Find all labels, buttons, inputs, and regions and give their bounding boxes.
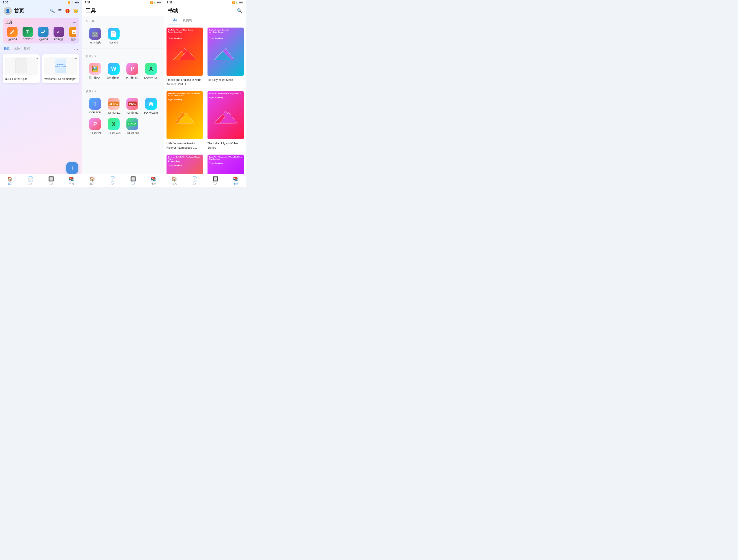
file-more-welcome[interactable]: ⋯ bbox=[74, 56, 77, 61]
ocr2-icon: T bbox=[89, 98, 101, 110]
tool-pdf2png[interactable]: PNG PDF转PNG bbox=[123, 96, 142, 116]
tab-recent[interactable]: 最近 bbox=[4, 47, 10, 52]
cover-tis-sixty: Captivating Mary CarstairsMary Sabin Sam… bbox=[208, 28, 244, 76]
nav-bookstore-label-t: 书城 bbox=[151, 182, 156, 185]
tools-card-arrow[interactable]: → bbox=[72, 20, 76, 25]
tool-pdf2excel[interactable]: X PDF转Excel bbox=[104, 116, 123, 137]
book-france-england[interactable]: The Belton Lily and Other StoriesRoman E… bbox=[164, 25, 205, 89]
divider-2 bbox=[82, 83, 164, 84]
nav-tools-t[interactable]: 🔲 工具 bbox=[123, 174, 143, 187]
ai-tools-label: AI工具 bbox=[86, 19, 160, 23]
nav-bookstore[interactable]: 📚 书城 bbox=[61, 174, 82, 187]
tool-img2pdf[interactable]: 🖼️ 图片转PDF bbox=[86, 61, 104, 81]
tool-pdf2jpeg[interactable]: JPEG PDF转JPEG bbox=[104, 96, 123, 116]
bottom-nav-bookstore: 🏠 首页 📄 文件 🔲 工具 📚 书城 bbox=[164, 174, 246, 187]
tool-convert-pdf[interactable]: 转换PDF bbox=[36, 27, 50, 41]
home-top-bar: 👤 首页 🔍 ☰ 🎁 👑 bbox=[0, 5, 82, 16]
book-title-puerto: Little Journey to Puerto RicoFor Interme… bbox=[166, 142, 197, 149]
crown-icon[interactable]: 👑 bbox=[73, 8, 78, 13]
nav-home-label: 首页 bbox=[8, 182, 13, 185]
nav-bookstore-label: 书城 bbox=[69, 182, 74, 185]
img2pdf-label: 图片转PDF bbox=[89, 76, 101, 79]
cover-text-puerto: Richmond Literary Magazine — Volume 16, … bbox=[168, 92, 202, 101]
nav-files[interactable]: 📄 文件 bbox=[20, 174, 41, 187]
ocr-pdf-icon: T bbox=[23, 27, 33, 37]
nav-files-label-b: 文件 bbox=[193, 182, 197, 185]
tools-title: 工具 bbox=[86, 8, 96, 13]
ai-tools-section: AI工具 🤖 与 AI 聊天 📄 PDF问答 bbox=[82, 16, 164, 46]
tool-pdf-qa[interactable]: 📄 PDF问答 bbox=[104, 26, 123, 46]
bookstore-tab-store[interactable]: 书城 bbox=[168, 16, 180, 25]
nav-bookstore-icon-b: 📚 bbox=[233, 176, 239, 182]
nav-bookstore-b[interactable]: 📚 书城 bbox=[226, 174, 246, 187]
tool-pdf2epub[interactable]: Epub PDF转Epub bbox=[123, 116, 142, 137]
file-preview-rjshe bbox=[5, 57, 38, 75]
tools-page-header: 工具 bbox=[82, 5, 164, 16]
nav-bookstore-icon-t: 📚 bbox=[151, 176, 156, 182]
pdf2png-label: PDF转PNG bbox=[126, 111, 139, 114]
nav-files-label: 文件 bbox=[28, 182, 33, 185]
avatar[interactable]: 👤 bbox=[4, 7, 12, 15]
tool-pdf2word[interactable]: W PDF转Word bbox=[142, 96, 160, 116]
status-icons-home: 📶 🔋 98% bbox=[68, 1, 79, 4]
pdf2excel-icon: X bbox=[108, 118, 119, 130]
file-more-rjshe[interactable]: ⋯ bbox=[34, 56, 38, 61]
tool-excel2pdf[interactable]: X Excel转PDF bbox=[142, 61, 160, 81]
search-icon[interactable]: 🔍 bbox=[50, 8, 55, 13]
gift-icon[interactable]: 🎁 bbox=[65, 8, 70, 13]
tools-icons-row: 编辑PDF T OCR PDF 转换PDF AI bbox=[5, 27, 76, 41]
book-puerto-rico[interactable]: Richmond Literary Magazine — Volume 16, … bbox=[164, 89, 205, 152]
tool-ai-chat[interactable]: 🤖 与 AI 聊天 bbox=[86, 26, 104, 46]
ocr-pdf-label: OCR PDF bbox=[23, 38, 33, 40]
tool-ppt2pdf[interactable]: P PPT转PDF bbox=[123, 61, 142, 81]
home-title: 首页 bbox=[14, 8, 48, 14]
pdf-qa-icon: AI bbox=[53, 27, 64, 37]
nav-tools[interactable]: 🔲 工具 bbox=[41, 174, 61, 187]
fab-add[interactable]: + bbox=[66, 162, 78, 174]
bookstore-tab-more[interactable]: ⋮ bbox=[238, 18, 242, 23]
file-card-welcome[interactable]: Welcome PDFelement Welcome PDFelement.pd… bbox=[42, 54, 79, 83]
status-icons-tools: 📶 🔋 98% bbox=[150, 1, 161, 4]
cover-puerto-rico: Richmond Literary Magazine — Volume 16, … bbox=[166, 91, 203, 139]
img-icon bbox=[69, 27, 76, 37]
nav-home[interactable]: 🏠 首页 bbox=[0, 174, 20, 187]
pdf2ppt-icon: P bbox=[89, 118, 101, 130]
menu-icon[interactable]: ☰ bbox=[58, 8, 62, 13]
nav-files-t[interactable]: 📄 文件 bbox=[102, 174, 123, 187]
status-bar-home: 8:30 📶 🔋 98% bbox=[0, 0, 82, 5]
tool-img[interactable]: 图片转 bbox=[67, 27, 76, 41]
ocr2-label: OCR PDF bbox=[89, 111, 101, 114]
book-indian-lily[interactable]: Social Aim: A Landmark of Tangible Visio… bbox=[205, 89, 246, 152]
nav-home-b[interactable]: 🏠 首页 bbox=[164, 174, 185, 187]
bookstore-tab-mybooks[interactable]: 我的书 bbox=[180, 16, 195, 25]
tool-pdf-qa[interactable]: AI PDF问答 bbox=[52, 27, 66, 41]
tool-edit-pdf[interactable]: 编辑PDF bbox=[5, 27, 19, 41]
tab-starred[interactable]: 星标 bbox=[24, 47, 30, 52]
tool-pdf2ppt[interactable]: P PDF转PPT bbox=[86, 116, 104, 137]
word2pdf-label: Word转PDF bbox=[107, 76, 120, 79]
book-title-indian: The Indian Lily and Other Stories bbox=[208, 142, 238, 149]
tool-ocr2[interactable]: T OCR PDF bbox=[86, 96, 104, 116]
tab-local[interactable]: 本地 bbox=[14, 47, 20, 52]
nav-home-icon-b: 🏠 bbox=[171, 176, 177, 182]
nav-files-icon-t: 📄 bbox=[110, 176, 116, 182]
nav-files-b[interactable]: 📄 文件 bbox=[184, 174, 205, 187]
bookstore-search-icon[interactable]: 🔍 bbox=[237, 8, 242, 13]
nav-tools-b[interactable]: 🔲 工具 bbox=[205, 174, 226, 187]
panel-bookstore: 8:31 📶 🔋 98% 书城 🔍 书城 我的书 ⋮ The Belton Li… bbox=[164, 0, 246, 187]
nav-files-label-t: 文件 bbox=[110, 182, 115, 185]
nav-home-t[interactable]: 🏠 首页 bbox=[82, 174, 102, 187]
book-tis-sixty[interactable]: Captivating Mary CarstairsMary Sabin Sam… bbox=[205, 25, 246, 89]
tool-word2pdf[interactable]: W Word转PDF bbox=[104, 61, 123, 81]
file-card-rjshe[interactable]: RJSHE软件社.pdf ⋯ bbox=[3, 54, 40, 83]
divider-1 bbox=[82, 48, 164, 49]
ppt2pdf-label: PPT转PDF bbox=[126, 76, 138, 79]
tabs-more-icon[interactable]: ⋯ bbox=[74, 47, 78, 52]
pdf2png-icon: PNG bbox=[126, 98, 138, 110]
file-tabs: 最近 本地 星标 ⋯ bbox=[0, 45, 82, 53]
nav-bookstore-t[interactable]: 📚 书城 bbox=[143, 174, 164, 187]
tool-ocr-pdf[interactable]: T OCR PDF bbox=[21, 27, 35, 41]
excel2pdf-icon: X bbox=[145, 63, 157, 75]
pdf2ppt-label: PDF转PPT bbox=[89, 131, 101, 135]
tools-content: AI工具 🤖 与 AI 聊天 📄 PDF问答 创建PDF bbox=[82, 16, 164, 187]
